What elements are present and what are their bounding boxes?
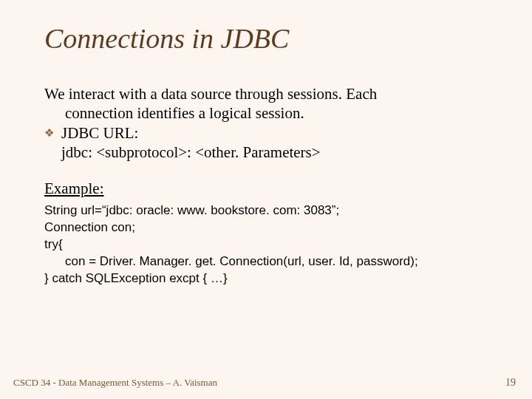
code-line-2: Connection con; bbox=[44, 219, 488, 236]
bullet-label: JDBC URL: bbox=[61, 123, 488, 143]
intro-line-2: connection identifies a logical session. bbox=[65, 103, 488, 123]
intro-line-1: We interact with a data source through s… bbox=[44, 84, 488, 103]
code-line-3: try{ bbox=[44, 236, 488, 253]
diamond-bullet-icon: ❖ bbox=[44, 126, 54, 140]
bullet-item: ❖ JDBC URL: jdbc: <subprotocol>: <other.… bbox=[44, 123, 488, 163]
example-heading: Example: bbox=[44, 180, 488, 198]
code-line-5: } catch SQLException excpt { …} bbox=[44, 270, 488, 287]
slide-title: Connections in JDBC bbox=[44, 22, 488, 55]
page-number: 19 bbox=[505, 377, 516, 389]
code-block: String url=“jdbc: oracle: www. bookstore… bbox=[44, 202, 488, 287]
code-line-1: String url=“jdbc: oracle: www. bookstore… bbox=[44, 202, 488, 219]
slide: Connections in JDBC We interact with a d… bbox=[0, 0, 532, 399]
footer-source: CSCD 34 - Data Management Systems – A. V… bbox=[13, 377, 217, 389]
code-line-4: con = Driver. Manager. get. Connection(u… bbox=[65, 253, 488, 270]
body-block: We interact with a data source through s… bbox=[44, 84, 488, 162]
bullet-line-2: jdbc: <subprotocol>: <other. Parameters> bbox=[61, 143, 488, 162]
